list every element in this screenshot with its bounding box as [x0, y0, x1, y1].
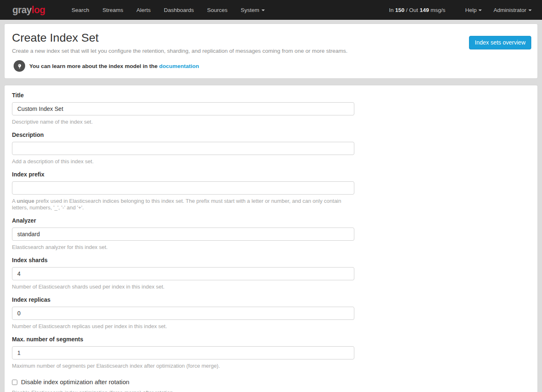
form-group-disable-optimization: Disable index optimization after rotatio… — [12, 378, 530, 392]
disable-optimization-label: Disable index optimization after rotatio… — [21, 378, 130, 386]
create-index-set-form: Title Descriptive name of the index set.… — [4, 85, 538, 392]
index-prefix-help-unique: unique — [17, 198, 35, 204]
description-label: Description — [12, 131, 530, 138]
nav-item-dashboards[interactable]: Dashboards — [157, 7, 200, 13]
nav-item-streams[interactable]: Streams — [96, 7, 130, 13]
analyzer-input[interactable] — [12, 228, 354, 241]
page-header-panel: Create Index Set Create a new index set … — [4, 23, 538, 79]
index-prefix-help-c: prefix used in Elasticsearch indices bel… — [12, 198, 341, 211]
main-nav: Search Streams Alerts Dashboards Sources… — [65, 7, 271, 13]
nav-item-system-label: System — [240, 7, 259, 13]
navbar-right: In 150 / Out 149 msg/s Help Administrato… — [389, 7, 532, 13]
max-segments-help: Maximum number of segments per Elasticse… — [12, 363, 354, 369]
analyzer-label: Analyzer — [12, 217, 530, 224]
tip-text-body: You can learn more about the index model… — [29, 63, 158, 69]
page-subtitle: Create a new index set that will let you… — [12, 47, 530, 54]
throughput-in-label: In — [389, 7, 394, 13]
throughput-out-value: 149 — [419, 7, 429, 13]
title-help: Descriptive name of the index set. — [12, 119, 354, 125]
nav-item-system[interactable]: System — [234, 7, 271, 13]
form-group-index-shards: Index shards Number of Elasticsearch sha… — [12, 257, 530, 290]
lightbulb-icon — [14, 60, 25, 72]
chevron-down-icon — [478, 9, 482, 11]
documentation-tip: You can learn more about the index model… — [14, 60, 530, 72]
form-group-index-replicas: Index replicas Number of Elasticsearch r… — [12, 296, 530, 330]
logo-gray-text: gray — [12, 5, 32, 15]
index-replicas-input[interactable] — [12, 307, 354, 320]
index-replicas-help: Number of Elasticsearch replicas used pe… — [12, 323, 354, 330]
nav-item-help[interactable]: Help — [460, 7, 488, 13]
nav-item-alerts[interactable]: Alerts — [130, 7, 158, 13]
index-shards-help: Number of Elasticsearch shards used per … — [12, 284, 354, 290]
tip-text: You can learn more about the index model… — [29, 63, 199, 69]
analyzer-help: Elasticsearch analyzer for this index se… — [12, 244, 354, 251]
index-replicas-label: Index replicas — [12, 296, 530, 303]
index-prefix-label: Index prefix — [12, 171, 530, 178]
throughput-unit: msg/s — [431, 7, 445, 13]
title-input[interactable] — [12, 102, 354, 115]
index-shards-input[interactable] — [12, 267, 354, 280]
chevron-down-icon — [262, 9, 265, 11]
form-group-index-prefix: Index prefix A unique prefix used in Ela… — [12, 171, 530, 211]
disable-optimization-row[interactable]: Disable index optimization after rotatio… — [12, 378, 530, 386]
form-group-max-segments: Max. number of segments Maximum number o… — [12, 336, 530, 369]
logo-log-text: log — [32, 5, 45, 15]
throughput-in-value: 150 — [395, 7, 405, 13]
page-title: Create Index Set — [12, 31, 530, 45]
description-input[interactable] — [12, 142, 354, 155]
disable-optimization-checkbox[interactable] — [12, 380, 17, 385]
index-sets-overview-button[interactable]: Index sets overview — [469, 36, 531, 49]
max-segments-label: Max. number of segments — [12, 336, 530, 343]
disable-optimization-help: Disable Elasticsearch index optimization… — [12, 390, 354, 392]
user-label: Administrator — [493, 7, 526, 13]
graylog-logo[interactable]: graylog — [12, 5, 45, 16]
top-navbar: graylog Search Streams Alerts Dashboards… — [0, 0, 542, 20]
title-label: Title — [12, 92, 530, 99]
documentation-link[interactable]: documentation — [159, 63, 199, 69]
index-prefix-input[interactable] — [12, 181, 354, 195]
nav-item-search[interactable]: Search — [65, 7, 96, 13]
throughput-out-label: / Out — [406, 7, 418, 13]
nav-item-sources[interactable]: Sources — [200, 7, 234, 13]
help-label: Help — [465, 7, 477, 13]
max-segments-input[interactable] — [12, 346, 354, 359]
form-group-title: Title Descriptive name of the index set. — [12, 92, 530, 125]
nav-item-user-menu[interactable]: Administrator — [488, 7, 532, 13]
index-prefix-help: A unique prefix used in Elasticsearch in… — [12, 198, 354, 211]
index-shards-label: Index shards — [12, 257, 530, 264]
chevron-down-icon — [528, 9, 532, 11]
form-group-description: Description Add a description of this in… — [12, 131, 530, 165]
index-prefix-help-a: A — [12, 198, 17, 204]
description-help: Add a description of this index set. — [12, 158, 354, 165]
form-group-analyzer: Analyzer Elasticsearch analyzer for this… — [12, 217, 530, 251]
throughput-indicator[interactable]: In 150 / Out 149 msg/s — [389, 7, 445, 13]
